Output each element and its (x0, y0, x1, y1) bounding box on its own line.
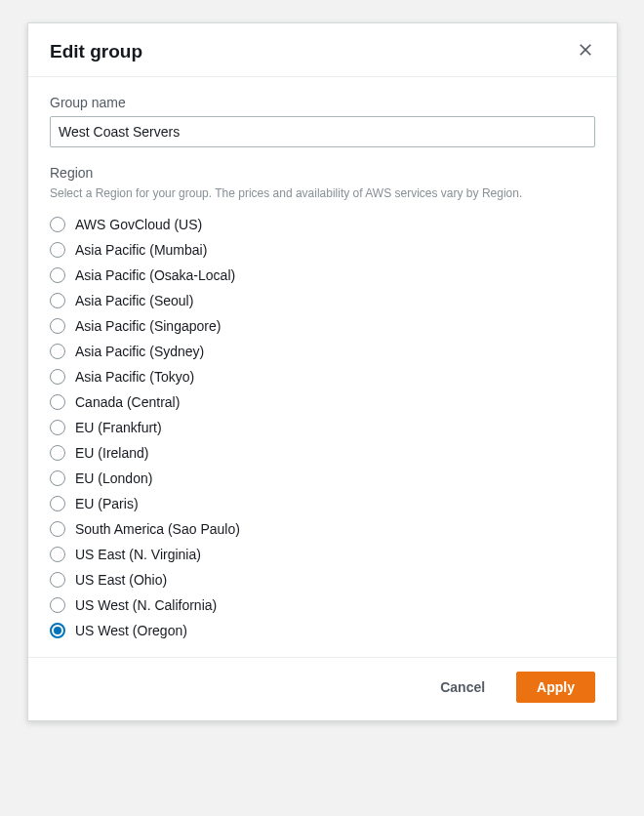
radio-icon (50, 394, 65, 410)
radio-icon (50, 623, 65, 638)
close-button[interactable] (576, 42, 595, 61)
radio-icon (50, 217, 65, 232)
close-icon (579, 43, 592, 61)
region-option[interactable]: US East (N. Virginia) (50, 542, 595, 567)
region-option[interactable]: Asia Pacific (Seoul) (50, 288, 595, 313)
dialog-footer: Cancel Apply (28, 657, 617, 720)
radio-icon (50, 521, 65, 537)
radio-icon (50, 445, 65, 461)
region-option[interactable]: AWS GovCloud (US) (50, 212, 595, 237)
region-option-label: AWS GovCloud (US) (75, 217, 202, 232)
region-option-label: Canada (Central) (75, 394, 180, 410)
region-option-label: EU (Paris) (75, 496, 139, 511)
region-radio-list: AWS GovCloud (US)Asia Pacific (Mumbai)As… (50, 212, 595, 643)
cancel-button-label: Cancel (440, 679, 485, 695)
region-option-label: Asia Pacific (Osaka-Local) (75, 267, 235, 283)
region-option-label: US West (Oregon) (75, 623, 187, 638)
radio-icon (50, 318, 65, 334)
region-option-label: US West (N. California) (75, 597, 217, 613)
dialog-title: Edit group (50, 41, 142, 62)
apply-button-label: Apply (537, 679, 575, 695)
region-option[interactable]: US East (Ohio) (50, 567, 595, 592)
region-option-label: Asia Pacific (Mumbai) (75, 242, 207, 258)
region-option[interactable]: EU (Paris) (50, 491, 595, 516)
region-option-label: EU (London) (75, 470, 152, 486)
region-option[interactable]: South America (Sao Paulo) (50, 516, 595, 542)
region-option-label: US East (Ohio) (75, 572, 167, 588)
group-name-label: Group name (50, 95, 595, 110)
region-option[interactable]: Asia Pacific (Singapore) (50, 313, 595, 339)
dialog-body: Group name Region Select a Region for yo… (28, 77, 617, 657)
region-option-label: South America (Sao Paulo) (75, 521, 240, 537)
region-option-label: US East (N. Virginia) (75, 547, 201, 562)
radio-icon (50, 572, 65, 588)
region-option[interactable]: Asia Pacific (Sydney) (50, 339, 595, 364)
region-option[interactable]: Asia Pacific (Osaka-Local) (50, 263, 595, 288)
region-option[interactable]: Canada (Central) (50, 389, 595, 415)
region-option[interactable]: EU (Frankfurt) (50, 415, 595, 440)
edit-group-dialog: Edit group Group name Region Select a Re… (27, 22, 618, 721)
region-option-label: EU (Frankfurt) (75, 420, 162, 435)
radio-icon (50, 547, 65, 562)
radio-icon (50, 597, 65, 613)
radio-icon (50, 293, 65, 308)
region-option[interactable]: US West (Oregon) (50, 618, 595, 643)
region-helper-text: Select a Region for your group. The pric… (50, 186, 595, 200)
radio-icon (50, 420, 65, 435)
dialog-header: Edit group (28, 23, 617, 77)
radio-icon (50, 242, 65, 258)
region-option[interactable]: US West (N. California) (50, 592, 595, 618)
region-option[interactable]: EU (Ireland) (50, 440, 595, 466)
radio-icon (50, 369, 65, 385)
region-option-label: Asia Pacific (Seoul) (75, 293, 193, 308)
radio-icon (50, 267, 65, 283)
apply-button[interactable]: Apply (516, 672, 595, 703)
region-option-label: EU (Ireland) (75, 445, 148, 461)
region-option[interactable]: EU (London) (50, 466, 595, 491)
region-option[interactable]: Asia Pacific (Mumbai) (50, 237, 595, 263)
region-option-label: Asia Pacific (Tokyo) (75, 369, 194, 385)
region-option[interactable]: Asia Pacific (Tokyo) (50, 364, 595, 389)
cancel-button[interactable]: Cancel (421, 672, 504, 703)
radio-icon (50, 496, 65, 511)
region-option-label: Asia Pacific (Sydney) (75, 344, 204, 359)
region-option-label: Asia Pacific (Singapore) (75, 318, 221, 334)
radio-icon (50, 470, 65, 486)
group-name-input[interactable] (50, 116, 595, 147)
region-label: Region (50, 165, 595, 181)
radio-icon (50, 344, 65, 359)
